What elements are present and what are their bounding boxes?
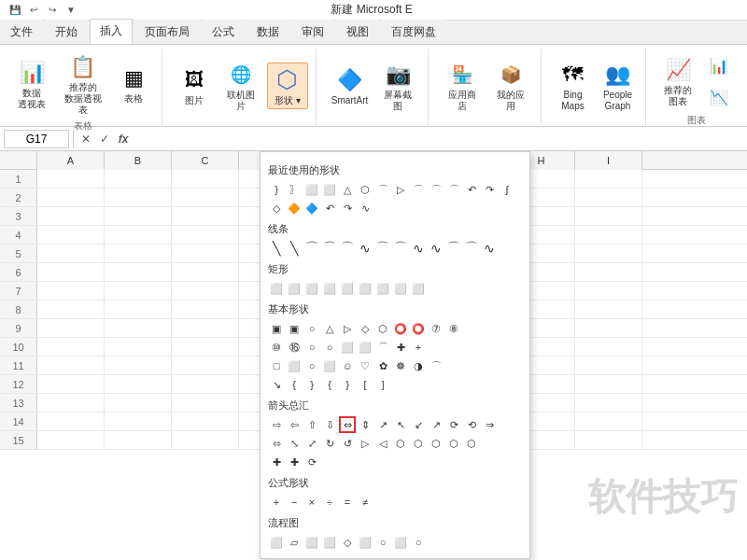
shape-icon[interactable]: ♡ [357,357,374,374]
shape-icon[interactable]: ◑ [410,357,427,374]
shape-icon[interactable]: ✚ [392,339,409,356]
shape-icon[interactable]: ▷ [392,181,409,198]
shape-icon[interactable]: ⬡ [374,320,391,337]
shape-icon[interactable]: ⬜ [410,280,427,297]
shape-icon[interactable]: ⬜ [392,280,409,297]
shape-icon[interactable]: ◇ [268,200,285,217]
shape-icon[interactable]: ⬜ [268,534,285,551]
shape-icon[interactable]: + [268,494,285,511]
bingmaps-btn[interactable]: 🗺 BingMaps [552,58,593,114]
line-chart-btn[interactable]: 📉 [702,82,736,112]
shape-icon[interactable]: ⬜ [303,181,320,198]
shape-icon[interactable]: { [286,376,303,393]
shape-icon[interactable]: ⑦ [428,320,444,337]
tab-home[interactable]: 开始 [45,20,88,44]
shape-icon[interactable]: ⬜ [321,181,338,198]
shape-btn[interactable]: ⬡ 形状 ▾ [267,63,308,109]
shape-icon[interactable]: [ [357,376,374,393]
tab-pagelayout[interactable]: 页面布局 [134,20,200,44]
shape-icon[interactable]: ⬜ [339,339,356,356]
shape-icon[interactable]: ↻ [321,435,338,452]
shape-icon[interactable]: ⬡ [392,435,409,452]
tab-review[interactable]: 审阅 [291,20,334,44]
shape-icon[interactable]: ⬜ [339,280,356,297]
shape-icon[interactable]: ⑧ [445,320,462,337]
shape-icon[interactable]: } [268,181,285,198]
shape-icon[interactable]: ⇨ [268,416,285,433]
shape-icon[interactable]: ↙ [410,416,427,433]
shape-icon[interactable]: ⌒ [392,240,409,257]
cell-b1[interactable] [105,170,172,189]
store-btn[interactable]: 🏪 应用商店 [440,58,485,114]
shape-icon[interactable]: ÷ [321,494,338,511]
shape-icon[interactable]: ▣ [286,320,303,337]
shape-icon[interactable]: ⬜ [357,280,374,297]
shape-icon[interactable]: + [410,339,427,356]
shape-icon[interactable]: ⬡ [445,435,462,452]
shape-icon[interactable]: ⌒ [374,181,391,198]
shape-icon[interactable]: ◁ [374,435,391,452]
shape-icon[interactable]: ⬡ [410,435,427,452]
shape-icon[interactable]: ⬡ [463,435,480,452]
shape-icon[interactable]: ⬜ [286,357,303,374]
shape-icon[interactable]: ◇ [357,320,374,337]
shape-icon[interactable]: ↗ [374,416,391,433]
shape-icon[interactable]: ⌒ [303,240,320,257]
shape-icon[interactable]: ⌒ [374,240,391,257]
shape-icon[interactable]: ⬜ [268,280,285,297]
shape-icon[interactable]: ○ [410,534,427,551]
shape-icon[interactable]: ◇ [339,534,356,551]
shape-icon[interactable]: ⬜ [357,534,374,551]
shape-icon[interactable]: ↘ [268,376,285,393]
smartart-btn[interactable]: 🔷 SmartArt [328,63,372,108]
shape-icon[interactable]: ⬜ [286,280,303,297]
shape-icon[interactable]: ⌒ [463,240,480,257]
shape-icon[interactable]: ⌒ [428,181,444,198]
shape-icon[interactable]: ⬜ [374,280,391,297]
shape-icon[interactable]: ⑩ [268,339,285,356]
shape-icon[interactable]: ⌒ [321,240,338,257]
shape-icon[interactable]: △ [339,181,356,198]
shape-icon[interactable]: ∿ [481,240,498,257]
shape-icon[interactable]: ○ [303,339,320,356]
shape-icon[interactable]: ✚ [286,454,303,470]
cancel-formula-btn[interactable]: ✕ [78,131,94,147]
tab-file[interactable]: 文件 [0,20,43,44]
shape-icon[interactable]: ○ [303,320,320,337]
save-btn[interactable]: 💾 [7,3,22,18]
shape-icon[interactable]: ⌒ [410,181,427,198]
shape-icon[interactable]: ⇦ [286,416,303,433]
shape-icon[interactable]: = [339,494,356,511]
shape-icon[interactable]: ⟳ [445,416,462,433]
shape-icon[interactable]: ○ [374,534,391,551]
shape-icon[interactable]: ↗ [428,416,444,433]
shape-icon[interactable]: − [286,494,303,511]
shape-icon[interactable]: ] [374,376,391,393]
shape-icon[interactable]: ⭕ [392,320,409,337]
shape-icon[interactable]: ⬜ [321,357,338,374]
shape-icon[interactable]: ○ [321,339,338,356]
shape-icon[interactable]: ⬜ [303,534,320,551]
shape-icon[interactable]: ☸ [392,357,409,374]
shape-icon[interactable]: ⬜ [303,280,320,297]
shape-icon[interactable]: ∿ [410,240,427,257]
tab-data[interactable]: 数据 [247,20,289,44]
shape-icon[interactable]: ▷ [357,435,374,452]
shape-icon[interactable]: ↷ [481,181,498,198]
shape-icon[interactable]: ▣ [268,320,285,337]
shape-icon[interactable]: ∫ [499,181,515,198]
shape-icon[interactable]: ╲ [286,240,303,257]
tab-view[interactable]: 视图 [336,20,379,44]
cell-c1[interactable] [172,170,239,189]
left-right-arrow-shape[interactable]: ⇔ [339,416,356,433]
undo-btn[interactable]: ↩ [26,3,41,18]
shape-icon[interactable]: ⬜ [357,339,374,356]
shape-icon[interactable]: ∿ [357,240,374,257]
shape-icon[interactable]: ∿ [428,240,444,257]
shape-icon[interactable]: ↷ [339,200,356,217]
shape-icon[interactable]: ⌒ [428,357,444,374]
shape-icon[interactable]: ⟳ [303,454,320,470]
tab-formula[interactable]: 公式 [202,20,245,44]
shape-icon[interactable]: ↖ [392,416,409,433]
bar-chart-btn[interactable]: 📊 [702,50,736,80]
